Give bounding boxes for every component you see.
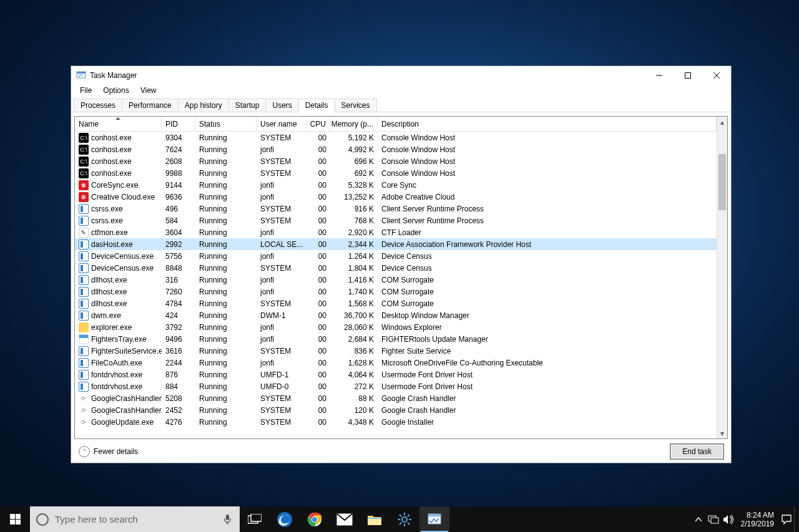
- process-row[interactable]: FighterSuiteService.e...3616RunningSYSTE…: [75, 345, 717, 357]
- close-button[interactable]: [702, 66, 731, 85]
- cell-pid: 9988: [162, 167, 195, 179]
- taskbar-clock[interactable]: 8:24 AM 2/19/2019: [736, 511, 779, 528]
- cell-mem: 4,992 K: [330, 143, 378, 155]
- process-row[interactable]: csrss.exe496RunningSYSTEM00916 KClient S…: [75, 203, 717, 215]
- cell-mem: 5,192 K: [330, 132, 378, 143]
- task-view-button[interactable]: [240, 506, 270, 532]
- process-row[interactable]: csrss.exe584RunningSYSTEM00768 KClient S…: [75, 215, 717, 226]
- col-status[interactable]: Status: [195, 117, 257, 131]
- menu-view[interactable]: View: [135, 85, 162, 96]
- tab-performance[interactable]: Performance: [122, 99, 179, 112]
- process-row[interactable]: C:\conhost.exe2608RunningSYSTEM00696 KCo…: [75, 155, 717, 167]
- process-row[interactable]: dllhost.exe7260Runningjonfi001,740 KCOM …: [75, 286, 717, 297]
- cell-desc: CTF Loader: [378, 226, 717, 238]
- svg-point-17: [312, 517, 317, 522]
- network-icon[interactable]: [706, 506, 721, 532]
- end-task-button[interactable]: End task: [670, 444, 723, 459]
- menu-file[interactable]: File: [75, 85, 97, 96]
- action-center-icon[interactable]: [779, 506, 794, 532]
- cell-status: Running: [195, 380, 257, 392]
- process-name: FighterSuiteService.e...: [91, 347, 162, 355]
- process-row[interactable]: ⟳GoogleCrashHandler...5208RunningSYSTEM0…: [75, 392, 717, 404]
- sys-icon: [79, 275, 89, 285]
- col-cpu[interactable]: CPU: [306, 117, 330, 131]
- mic-icon[interactable]: [221, 514, 233, 525]
- sys-icon: [79, 382, 89, 392]
- start-button[interactable]: [0, 506, 30, 532]
- cell-user: DWM-1: [257, 309, 306, 321]
- cell-cpu: 00: [306, 167, 330, 179]
- cell-cpu: 00: [306, 132, 330, 143]
- vertical-scrollbar[interactable]: ▴ ▾: [717, 117, 727, 438]
- scroll-up-icon[interactable]: ▴: [717, 117, 727, 127]
- cell-user: jonfi: [257, 274, 306, 286]
- process-row[interactable]: ⟳GoogleCrashHandler...2452RunningSYSTEM0…: [75, 404, 717, 416]
- tab-services[interactable]: Services: [335, 99, 377, 112]
- cell-user: SYSTEM: [257, 392, 306, 404]
- cell-pid: 4276: [162, 416, 195, 428]
- tab-users[interactable]: Users: [265, 99, 298, 112]
- process-row[interactable]: dllhost.exe316Runningjonfi001,416 KCOM S…: [75, 274, 717, 286]
- process-row[interactable]: C:\conhost.exe9988RunningSYSTEM00692 KCo…: [75, 167, 717, 179]
- search-box[interactable]: Type here to search: [30, 506, 240, 532]
- minimize-button[interactable]: [645, 66, 674, 85]
- scroll-down-icon[interactable]: ▾: [717, 428, 727, 438]
- process-row[interactable]: DeviceCensus.exe5756Runningjonfi001,264 …: [75, 250, 717, 262]
- cell-user: SYSTEM: [257, 167, 306, 179]
- process-row[interactable]: FightersTray.exe9496Runningjonfi002,684 …: [75, 333, 717, 345]
- cell-cpu: 00: [306, 392, 330, 404]
- col-memory[interactable]: Memory (p...: [330, 117, 378, 131]
- cell-cpu: 00: [306, 321, 330, 333]
- sys-icon: [79, 216, 89, 226]
- process-row[interactable]: ⊚CoreSync.exe9144Runningjonfi005,328 KCo…: [75, 179, 717, 191]
- cell-pid: 2608: [162, 155, 195, 167]
- menu-options[interactable]: Options: [98, 85, 134, 96]
- svg-line-26: [400, 515, 401, 516]
- process-row[interactable]: dasHost.exe2992RunningLOCAL SE...002,344…: [75, 238, 717, 250]
- cell-cpu: 00: [306, 143, 330, 155]
- process-row[interactable]: fontdrvhost.exe876RunningUMFD-1004,064 K…: [75, 369, 717, 380]
- process-row[interactable]: C:\conhost.exe9304RunningSYSTEM005,192 K…: [75, 132, 717, 143]
- cell-cpu: 00: [306, 203, 330, 215]
- taskbar-app-chrome[interactable]: [300, 506, 330, 532]
- tray-overflow-icon[interactable]: [691, 506, 706, 532]
- tab-processes[interactable]: Processes: [74, 99, 122, 112]
- process-row[interactable]: ⊚Creative Cloud.exe9636Runningjonfi0013,…: [75, 191, 717, 203]
- process-row[interactable]: fontdrvhost.exe884RunningUMFD-000272 KUs…: [75, 380, 717, 392]
- process-row[interactable]: C:\conhost.exe7624Runningjonfi004,992 KC…: [75, 143, 717, 155]
- process-name: GoogleCrashHandler...: [91, 406, 162, 415]
- col-user[interactable]: User name: [257, 117, 306, 131]
- process-row[interactable]: dwm.exe424RunningDWM-10036,700 KDesktop …: [75, 309, 717, 321]
- console-icon: C:\: [79, 157, 89, 167]
- maximize-button[interactable]: [674, 66, 702, 85]
- col-pid[interactable]: PID: [162, 117, 195, 131]
- taskbar-app-taskmanager[interactable]: [419, 506, 449, 532]
- process-row[interactable]: ✎ctfmon.exe3604Runningjonfi002,920 KCTF …: [75, 226, 717, 238]
- process-row[interactable]: FileCoAuth.exe2244Runningjonfi001,628 KM…: [75, 357, 717, 369]
- cell-desc: COM Surrogate: [378, 274, 717, 286]
- process-row[interactable]: explorer.exe3792Runningjonfi0028,060 KWi…: [75, 321, 717, 333]
- col-description[interactable]: Description: [378, 117, 717, 131]
- volume-icon[interactable]: [721, 506, 736, 532]
- taskbar-app-edge[interactable]: [270, 506, 300, 532]
- taskbar-app-settings[interactable]: [390, 506, 419, 532]
- process-name: fontdrvhost.exe: [91, 370, 142, 379]
- tab-startup[interactable]: Startup: [228, 99, 267, 112]
- cell-desc: COM Surrogate: [378, 297, 717, 309]
- cell-desc: Microsoft OneDriveFile Co-Authoring Exec…: [378, 357, 717, 369]
- show-desktop-button[interactable]: [794, 506, 798, 532]
- process-row[interactable]: ⟳GoogleUpdate.exe4276RunningSYSTEM004,34…: [75, 416, 717, 428]
- scroll-thumb[interactable]: [718, 154, 726, 210]
- titlebar[interactable]: Task Manager: [71, 66, 731, 85]
- taskbar-app-explorer[interactable]: [360, 506, 390, 532]
- tab-app-history[interactable]: App history: [178, 99, 229, 112]
- process-row[interactable]: DeviceCensus.exe8848RunningSYSTEM001,804…: [75, 262, 717, 274]
- taskbar-app-mail[interactable]: [330, 506, 360, 532]
- svg-line-28: [400, 523, 401, 525]
- process-row[interactable]: dllhost.exe4784RunningSYSTEM001,568 KCOM…: [75, 297, 717, 309]
- fewer-details-button[interactable]: ˄ Fewer details: [79, 446, 138, 457]
- cell-mem: 272 K: [330, 380, 378, 392]
- col-name[interactable]: Name: [75, 117, 162, 131]
- tab-details[interactable]: Details: [298, 99, 335, 112]
- cell-status: Running: [195, 179, 257, 191]
